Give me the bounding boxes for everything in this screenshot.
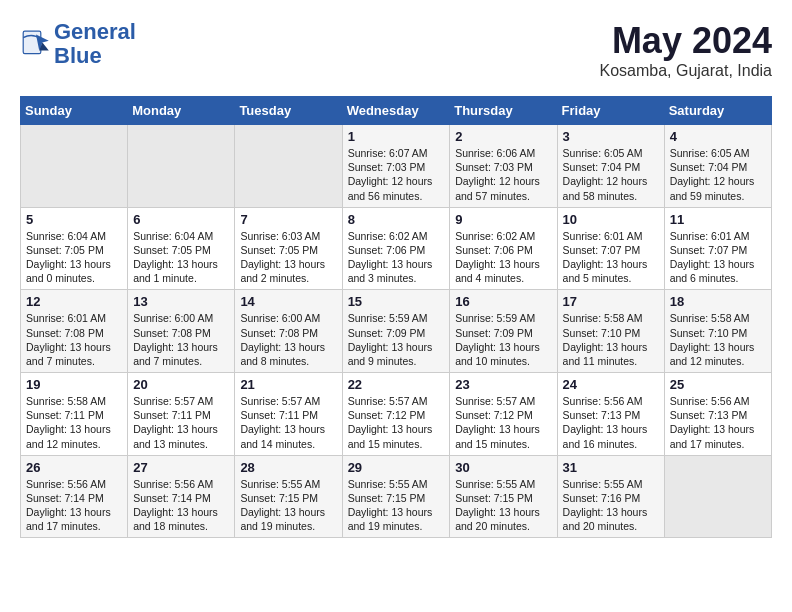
day-number: 10 [563, 212, 659, 227]
day-details: Sunrise: 6:05 AM Sunset: 7:04 PM Dayligh… [670, 146, 766, 203]
day-details: Sunrise: 5:57 AM Sunset: 7:12 PM Dayligh… [348, 394, 445, 451]
day-number: 11 [670, 212, 766, 227]
day-number: 14 [240, 294, 336, 309]
header-row: SundayMondayTuesdayWednesdayThursdayFrid… [21, 97, 772, 125]
column-header-friday: Friday [557, 97, 664, 125]
day-details: Sunrise: 5:57 AM Sunset: 7:11 PM Dayligh… [240, 394, 336, 451]
column-header-tuesday: Tuesday [235, 97, 342, 125]
day-number: 29 [348, 460, 445, 475]
day-cell: 28Sunrise: 5:55 AM Sunset: 7:15 PM Dayli… [235, 455, 342, 538]
day-details: Sunrise: 6:02 AM Sunset: 7:06 PM Dayligh… [348, 229, 445, 286]
day-number: 22 [348, 377, 445, 392]
logo-general: General [54, 19, 136, 44]
title-block: May 2024 Kosamba, Gujarat, India [599, 20, 772, 80]
day-number: 23 [455, 377, 551, 392]
day-number: 26 [26, 460, 122, 475]
day-cell: 19Sunrise: 5:58 AM Sunset: 7:11 PM Dayli… [21, 373, 128, 456]
day-details: Sunrise: 6:00 AM Sunset: 7:08 PM Dayligh… [133, 311, 229, 368]
calendar-table: SundayMondayTuesdayWednesdayThursdayFrid… [20, 96, 772, 538]
day-details: Sunrise: 5:59 AM Sunset: 7:09 PM Dayligh… [348, 311, 445, 368]
day-details: Sunrise: 6:04 AM Sunset: 7:05 PM Dayligh… [133, 229, 229, 286]
day-details: Sunrise: 5:59 AM Sunset: 7:09 PM Dayligh… [455, 311, 551, 368]
day-cell: 16Sunrise: 5:59 AM Sunset: 7:09 PM Dayli… [450, 290, 557, 373]
day-cell: 23Sunrise: 5:57 AM Sunset: 7:12 PM Dayli… [450, 373, 557, 456]
month-title: May 2024 [599, 20, 772, 62]
day-details: Sunrise: 6:06 AM Sunset: 7:03 PM Dayligh… [455, 146, 551, 203]
day-details: Sunrise: 6:07 AM Sunset: 7:03 PM Dayligh… [348, 146, 445, 203]
day-number: 6 [133, 212, 229, 227]
day-cell: 15Sunrise: 5:59 AM Sunset: 7:09 PM Dayli… [342, 290, 450, 373]
day-number: 3 [563, 129, 659, 144]
day-cell: 12Sunrise: 6:01 AM Sunset: 7:08 PM Dayli… [21, 290, 128, 373]
day-number: 8 [348, 212, 445, 227]
day-cell: 2Sunrise: 6:06 AM Sunset: 7:03 PM Daylig… [450, 125, 557, 208]
week-row-3: 12Sunrise: 6:01 AM Sunset: 7:08 PM Dayli… [21, 290, 772, 373]
column-header-thursday: Thursday [450, 97, 557, 125]
day-cell: 14Sunrise: 6:00 AM Sunset: 7:08 PM Dayli… [235, 290, 342, 373]
day-cell: 4Sunrise: 6:05 AM Sunset: 7:04 PM Daylig… [664, 125, 771, 208]
day-number: 24 [563, 377, 659, 392]
day-cell: 6Sunrise: 6:04 AM Sunset: 7:05 PM Daylig… [128, 207, 235, 290]
day-cell: 5Sunrise: 6:04 AM Sunset: 7:05 PM Daylig… [21, 207, 128, 290]
column-header-monday: Monday [128, 97, 235, 125]
day-details: Sunrise: 6:01 AM Sunset: 7:07 PM Dayligh… [670, 229, 766, 286]
day-details: Sunrise: 5:56 AM Sunset: 7:13 PM Dayligh… [563, 394, 659, 451]
day-number: 20 [133, 377, 229, 392]
day-number: 9 [455, 212, 551, 227]
day-details: Sunrise: 5:55 AM Sunset: 7:15 PM Dayligh… [348, 477, 445, 534]
logo-blue: Blue [54, 43, 102, 68]
day-number: 5 [26, 212, 122, 227]
day-details: Sunrise: 5:55 AM Sunset: 7:16 PM Dayligh… [563, 477, 659, 534]
day-cell: 18Sunrise: 5:58 AM Sunset: 7:10 PM Dayli… [664, 290, 771, 373]
day-cell: 22Sunrise: 5:57 AM Sunset: 7:12 PM Dayli… [342, 373, 450, 456]
week-row-1: 1Sunrise: 6:07 AM Sunset: 7:03 PM Daylig… [21, 125, 772, 208]
column-header-sunday: Sunday [21, 97, 128, 125]
day-number: 4 [670, 129, 766, 144]
day-number: 25 [670, 377, 766, 392]
day-number: 7 [240, 212, 336, 227]
day-details: Sunrise: 5:56 AM Sunset: 7:14 PM Dayligh… [26, 477, 122, 534]
week-row-5: 26Sunrise: 5:56 AM Sunset: 7:14 PM Dayli… [21, 455, 772, 538]
day-number: 12 [26, 294, 122, 309]
day-cell: 20Sunrise: 5:57 AM Sunset: 7:11 PM Dayli… [128, 373, 235, 456]
day-details: Sunrise: 6:04 AM Sunset: 7:05 PM Dayligh… [26, 229, 122, 286]
day-cell [128, 125, 235, 208]
day-details: Sunrise: 5:57 AM Sunset: 7:11 PM Dayligh… [133, 394, 229, 451]
day-number: 21 [240, 377, 336, 392]
day-details: Sunrise: 5:58 AM Sunset: 7:10 PM Dayligh… [563, 311, 659, 368]
day-details: Sunrise: 5:55 AM Sunset: 7:15 PM Dayligh… [455, 477, 551, 534]
day-cell [235, 125, 342, 208]
day-number: 13 [133, 294, 229, 309]
day-cell: 30Sunrise: 5:55 AM Sunset: 7:15 PM Dayli… [450, 455, 557, 538]
day-cell: 7Sunrise: 6:03 AM Sunset: 7:05 PM Daylig… [235, 207, 342, 290]
day-number: 30 [455, 460, 551, 475]
day-cell: 26Sunrise: 5:56 AM Sunset: 7:14 PM Dayli… [21, 455, 128, 538]
day-details: Sunrise: 6:00 AM Sunset: 7:08 PM Dayligh… [240, 311, 336, 368]
day-details: Sunrise: 5:56 AM Sunset: 7:13 PM Dayligh… [670, 394, 766, 451]
day-cell: 11Sunrise: 6:01 AM Sunset: 7:07 PM Dayli… [664, 207, 771, 290]
day-cell: 31Sunrise: 5:55 AM Sunset: 7:16 PM Dayli… [557, 455, 664, 538]
day-cell: 17Sunrise: 5:58 AM Sunset: 7:10 PM Dayli… [557, 290, 664, 373]
week-row-4: 19Sunrise: 5:58 AM Sunset: 7:11 PM Dayli… [21, 373, 772, 456]
column-header-saturday: Saturday [664, 97, 771, 125]
day-number: 15 [348, 294, 445, 309]
day-cell [21, 125, 128, 208]
day-cell: 10Sunrise: 6:01 AM Sunset: 7:07 PM Dayli… [557, 207, 664, 290]
day-cell: 8Sunrise: 6:02 AM Sunset: 7:06 PM Daylig… [342, 207, 450, 290]
day-number: 16 [455, 294, 551, 309]
day-cell [664, 455, 771, 538]
day-details: Sunrise: 6:02 AM Sunset: 7:06 PM Dayligh… [455, 229, 551, 286]
day-number: 18 [670, 294, 766, 309]
logo-icon [20, 28, 52, 60]
day-number: 17 [563, 294, 659, 309]
day-cell: 24Sunrise: 5:56 AM Sunset: 7:13 PM Dayli… [557, 373, 664, 456]
day-details: Sunrise: 5:57 AM Sunset: 7:12 PM Dayligh… [455, 394, 551, 451]
day-cell: 3Sunrise: 6:05 AM Sunset: 7:04 PM Daylig… [557, 125, 664, 208]
day-details: Sunrise: 5:58 AM Sunset: 7:10 PM Dayligh… [670, 311, 766, 368]
day-cell: 9Sunrise: 6:02 AM Sunset: 7:06 PM Daylig… [450, 207, 557, 290]
day-cell: 27Sunrise: 5:56 AM Sunset: 7:14 PM Dayli… [128, 455, 235, 538]
location: Kosamba, Gujarat, India [599, 62, 772, 80]
day-number: 28 [240, 460, 336, 475]
day-number: 31 [563, 460, 659, 475]
day-details: Sunrise: 5:55 AM Sunset: 7:15 PM Dayligh… [240, 477, 336, 534]
